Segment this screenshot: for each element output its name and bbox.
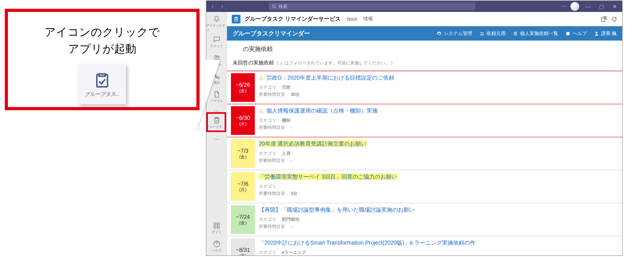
task-meta: カテゴリ部門個別 所要時間目安- bbox=[259, 216, 617, 230]
task-meta: カテゴリ 所要時間目安3分 bbox=[259, 183, 617, 197]
app-menu-bar: グループタスクリマインダー システム管理 依頼元用 個人実施依頼一覧 ヘルプ 課… bbox=[227, 26, 622, 41]
svg-rect-6 bbox=[214, 226, 216, 228]
task-row[interactable]: ~7/6 (月) 「労働環境実態サーベイ 3回目」回答のご協力のお願い カテゴリ… bbox=[227, 170, 622, 203]
left-rail: アクティビティ チャット チーム 通話 ファイル ⋯ bbox=[206, 12, 227, 255]
task-datebox: ~6/26 (金) bbox=[231, 73, 255, 102]
more-icon[interactable]: ⋯ bbox=[561, 3, 566, 10]
menu-personal-list[interactable]: 個人実施依頼一覧 bbox=[513, 30, 558, 37]
sub-title: 未回答の実施依頼 ( ⚠ はフォローされています。早急に実施してください。 ) bbox=[227, 57, 622, 71]
menu-system[interactable]: システム管理 bbox=[436, 30, 472, 37]
svg-rect-4 bbox=[214, 223, 216, 225]
task-title[interactable]: 20年度 選択必須教育受講計画立案のお願い bbox=[259, 140, 617, 148]
task-dow: (金) bbox=[239, 220, 246, 226]
task-datebox: ~8/31 (月) bbox=[231, 238, 255, 255]
svg-point-3 bbox=[217, 56, 219, 57]
task-title[interactable]: ⚠労政G：2020年度上半期における目標設定のご依頼 bbox=[259, 74, 617, 82]
task-title[interactable]: 【再開】「職場討論型事例集」を用いた職場討論実施のお願い bbox=[259, 206, 617, 214]
minimize-button[interactable]: — bbox=[583, 2, 593, 11]
menu-requester[interactable]: 依頼元用 bbox=[479, 30, 506, 37]
task-title[interactable]: 「労働環境実態サーベイ 3回目」回答のご協力のお願い bbox=[259, 173, 617, 181]
refresh-icon[interactable] bbox=[611, 16, 617, 22]
magnifier-icon bbox=[272, 4, 276, 9]
titlebar: ‹ › 検索 ⋯ — ▢ ✕ bbox=[206, 1, 622, 12]
task-date: ~7/24 bbox=[236, 214, 250, 220]
task-datebox: ~7/6 (月) bbox=[231, 172, 255, 201]
task-dow: (月) bbox=[239, 187, 246, 193]
task-body: ⚠労政G：2020年度上半期における目標設定のご依頼 カテゴリ労政 所要時間目安… bbox=[255, 71, 622, 104]
apps-icon bbox=[213, 222, 221, 230]
task-meta: カテゴリ棚卸 所要時間目安- bbox=[259, 117, 617, 131]
svg-rect-5 bbox=[217, 223, 219, 225]
task-title[interactable]: 「2020中計におけるSmart Transformation Project(… bbox=[259, 239, 617, 247]
forward-button[interactable]: › bbox=[218, 2, 226, 10]
list-icon bbox=[513, 31, 518, 36]
task-list: ~6/26 (金) ⚠労政G：2020年度上半期における目標設定のご依頼 カテゴ… bbox=[227, 71, 622, 255]
svg-point-2 bbox=[215, 55, 217, 57]
task-dow: (金) bbox=[239, 88, 246, 94]
section-title: の実施依頼 bbox=[227, 41, 622, 57]
app-title: グループタスク リマインダーサービス bbox=[244, 16, 341, 23]
task-meta: カテゴリ人員 所要時間目安- bbox=[259, 150, 617, 164]
warning-icon: ⚠ bbox=[279, 61, 283, 66]
back-button[interactable]: ‹ bbox=[209, 2, 217, 10]
rail-apps[interactable]: アプリ bbox=[206, 219, 227, 237]
popout-icon[interactable] bbox=[601, 16, 607, 22]
app-header: グループタスク リマインダーサービス hisol 情報 bbox=[227, 12, 622, 26]
teams-window: ‹ › 検索 ⋯ — ▢ ✕ アクティビティ チャット bbox=[206, 0, 623, 256]
person-icon bbox=[594, 31, 599, 36]
task-row[interactable]: ~6/30 (火) ⚠個人情報保護運用の確認（点検・棚卸）実施 カテゴリ棚卸 所… bbox=[227, 104, 622, 137]
svg-point-12 bbox=[596, 31, 597, 33]
rail-activity[interactable]: アクティビティ bbox=[206, 14, 227, 33]
main-content: グループタスク リマインダーサービス hisol 情報 グループタスクリマインダ… bbox=[227, 12, 622, 255]
task-body: 「2020中計におけるSmart Transformation Project(… bbox=[255, 236, 622, 255]
clipboard-check-icon bbox=[93, 71, 111, 89]
close-button[interactable]: ✕ bbox=[610, 2, 620, 11]
svg-rect-7 bbox=[217, 226, 219, 228]
rail-more[interactable]: ⋯ bbox=[214, 136, 219, 142]
menu-help[interactable]: ヘルプ bbox=[565, 30, 587, 37]
task-date: ~8/31 bbox=[236, 247, 250, 253]
task-row[interactable]: ~7/24 (金) 【再開】「職場討論型事例集」を用いた職場討論実施のお願い カ… bbox=[227, 203, 622, 236]
rail-chat[interactable]: チャット bbox=[206, 33, 227, 51]
tab-info[interactable]: 情報 bbox=[363, 16, 373, 22]
task-body: 【再開】「職場討論型事例集」を用いた職場討論実施のお願い カテゴリ部門個別 所要… bbox=[255, 203, 622, 236]
book-icon bbox=[565, 31, 570, 36]
search-box[interactable]: 検索 bbox=[269, 2, 475, 10]
search-placeholder: 検索 bbox=[279, 4, 287, 10]
task-row[interactable]: ~7/3 (金) 20年度 選択必須教育受講計画立案のお願い カテゴリ人員 所要… bbox=[227, 137, 622, 170]
clipboard-check-icon bbox=[233, 16, 239, 22]
svg-point-0 bbox=[273, 5, 275, 8]
nav-buttons: ‹ › bbox=[209, 2, 226, 10]
task-body: ⚠個人情報保護運用の確認（点検・棚卸）実施 カテゴリ棚卸 所要時間目安- bbox=[255, 104, 622, 137]
task-dow: (月) bbox=[239, 253, 246, 256]
task-body: 20年度 選択必須教育受講計画立案のお願い カテゴリ人員 所要時間目安- bbox=[255, 137, 622, 170]
task-title[interactable]: ⚠個人情報保護運用の確認（点検・棚卸）実施 bbox=[259, 107, 617, 115]
task-row[interactable]: ~8/31 (月) 「2020中計におけるSmart Transformatio… bbox=[227, 236, 622, 255]
gear-icon bbox=[436, 31, 442, 36]
task-meta: カテゴリ労政 所要時間目安30分 bbox=[259, 84, 617, 98]
avatar[interactable] bbox=[570, 2, 579, 11]
svg-line-1 bbox=[275, 7, 276, 8]
task-date: ~6/30 bbox=[236, 115, 250, 121]
task-row[interactable]: ~6/26 (金) ⚠労政G：2020年度上半期における目標設定のご依頼 カテゴ… bbox=[227, 71, 622, 104]
menu-user[interactable]: 課長 楓 bbox=[594, 30, 617, 37]
warning-icon: ⚠ bbox=[259, 75, 264, 81]
maximize-button[interactable]: ▢ bbox=[597, 2, 606, 11]
highlight-box bbox=[206, 112, 226, 132]
tab-hisol[interactable]: hisol bbox=[347, 16, 357, 22]
task-date: ~7/3 bbox=[237, 148, 248, 154]
task-datebox: ~7/3 (金) bbox=[231, 139, 255, 168]
task-dow: (火) bbox=[239, 121, 246, 127]
app-menu-title: グループタスクリマインダー bbox=[233, 30, 310, 37]
task-date: ~6/26 bbox=[236, 82, 250, 88]
rail-help[interactable]: ヘルプ bbox=[206, 237, 227, 255]
app-icon bbox=[232, 15, 241, 23]
people-icon bbox=[479, 31, 485, 36]
task-datebox: ~6/30 (火) bbox=[231, 106, 255, 135]
callout-app-tile: グループタス... bbox=[78, 64, 126, 104]
warning-icon: ⚠ bbox=[259, 108, 264, 114]
bell-icon bbox=[213, 15, 221, 23]
callout-box: アイコンのクリックでアプリが起動 グループタス... bbox=[5, 9, 200, 110]
task-meta: カテゴリeラーニング 所要時間目安 bbox=[259, 249, 617, 255]
callout-text: アイコンのクリックでアプリが起動 bbox=[45, 24, 160, 57]
